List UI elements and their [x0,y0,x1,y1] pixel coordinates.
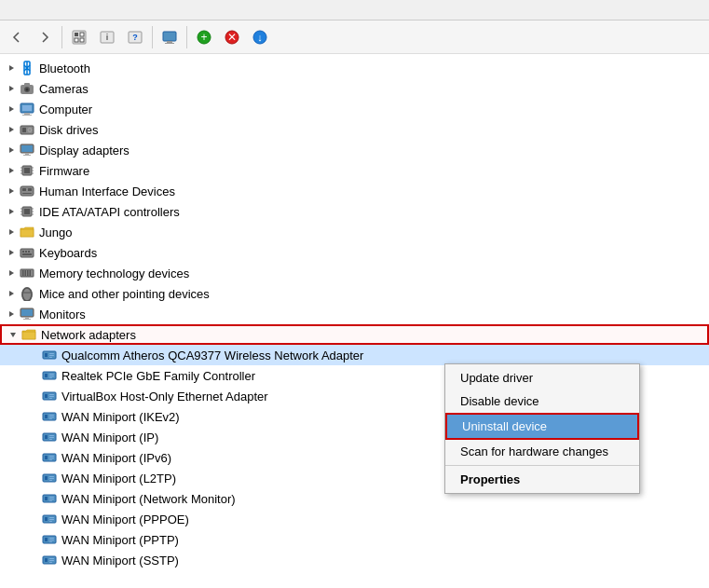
expand-icon-keyboards[interactable] [4,245,19,260]
expand-icon-monitors[interactable] [4,307,19,321]
show-hidden-button[interactable] [66,24,92,50]
tree-item-qualcomm[interactable]: Qualcomm Atheros QCA9377 Wireless Networ… [0,345,709,365]
tree-item-firmware[interactable]: Firmware [0,160,709,181]
properties-button[interactable]: i [94,24,120,50]
tree-icon-monitors [19,306,35,322]
tree-label-monitors: Monitors [39,308,86,321]
svg-rect-63 [25,270,27,276]
tree-item-mice[interactable]: Mice and other pointing devices [0,283,709,304]
expand-icon-virtualbox[interactable] [26,389,41,403]
expand-icon-qualcomm[interactable] [26,348,41,362]
add-button[interactable]: + [191,24,217,50]
tree-label-wan-ip: WAN Miniport (IP) [61,431,158,444]
svg-rect-77 [45,353,48,357]
ctx-item-uninstall-device[interactable]: Uninstall device [445,413,639,440]
svg-rect-65 [30,270,32,276]
tree-item-wan-pppoe[interactable]: WAN Miniport (PPPOE) [0,509,709,529]
expand-icon-wan-pppoe[interactable] [26,512,41,526]
tree-icon-ide [19,203,35,220]
update-button[interactable]: ↓ [247,24,273,50]
remove-button[interactable]: ✕ [219,24,245,50]
tree-item-display-adapters[interactable]: Display adapters [0,140,709,160]
ctx-item-scan-hardware[interactable]: Scan for hardware changes [445,440,639,463]
tree-icon-wan-ip [41,429,58,445]
svg-rect-84 [49,376,54,376]
toolbar-sep-1 [61,26,62,48]
tree-icon-wan-ipv6 [41,449,58,466]
back-button[interactable] [4,24,30,50]
expand-icon-mice[interactable] [4,286,19,301]
expand-icon-wan-pptp[interactable] [26,532,41,547]
expand-icon-memory[interactable] [4,266,19,280]
tree-item-wan-pptp[interactable]: WAN Miniport (PPTP) [0,529,709,550]
tree-icon-wan-pppoe [41,511,58,527]
monitor-button[interactable] [157,24,183,50]
device-tree[interactable]: Bluetooth Cameras Computer Disk drives [0,54,709,588]
ctx-sep [445,465,639,466]
svg-rect-83 [49,374,54,375]
expand-icon-ide[interactable] [4,204,19,219]
svg-rect-56 [20,249,34,257]
menu-file[interactable] [4,8,19,12]
tree-item-monitors[interactable]: Monitors [0,304,709,324]
expand-icon-hid[interactable] [4,184,19,198]
ctx-item-properties[interactable]: Properties [445,468,639,491]
expand-icon-jungo[interactable] [4,225,19,239]
tree-label-hid: Human Interface Devices [39,185,175,198]
svg-rect-102 [45,456,48,459]
menu-view[interactable] [34,8,48,12]
expand-icon-wan-ipv6[interactable] [26,450,41,465]
svg-rect-125 [49,541,52,542]
tree-label-wan-l2tp: WAN Miniport (L2TP) [61,472,176,485]
svg-rect-2 [80,33,84,36]
svg-rect-11 [165,43,174,44]
tree-icon-wan-pptp [41,531,58,548]
expand-icon-realtek[interactable] [26,368,41,383]
ctx-item-update-driver[interactable]: Update driver [445,366,639,390]
menu-help[interactable] [48,8,63,12]
svg-rect-120 [49,521,52,522]
tree-item-jungo[interactable]: Jungo [0,222,709,242]
forward-button[interactable] [32,24,58,50]
svg-rect-123 [49,538,54,539]
expand-icon-disk-drives[interactable] [4,122,19,137]
svg-rect-130 [49,562,52,563]
svg-rect-74 [23,319,31,320]
ctx-item-disable-device[interactable]: Disable device [445,390,639,413]
expand-icon-wan-ikev2[interactable] [26,409,41,424]
expand-icon-wan-l2tp[interactable] [26,471,41,485]
tree-item-memory[interactable]: Memory technology devices [0,263,709,283]
tree-item-ide[interactable]: IDE ATA/ATAPI controllers [0,201,709,222]
expand-icon-computer[interactable] [4,102,19,116]
tree-item-wan-sstp[interactable]: WAN Miniport (SSTP) [0,550,709,570]
expand-icon-cameras[interactable] [4,81,19,96]
svg-rect-87 [45,394,48,398]
tree-item-keyboards[interactable]: Keyboards [0,242,709,263]
expand-icon-wan-nm[interactable] [26,491,41,506]
expand-icon-wan-sstp[interactable] [26,553,41,567]
tree-icon-mice [19,285,35,302]
tree-icon-realtek [41,367,58,384]
expand-icon-network[interactable] [6,327,20,342]
svg-rect-62 [22,270,24,276]
expand-icon-display-adapters[interactable] [4,143,19,157]
svg-rect-100 [49,439,52,440]
expand-icon-firmware[interactable] [4,163,19,178]
tree-item-cameras[interactable]: Cameras [0,78,709,99]
expand-icon-wan-ip[interactable] [26,430,41,444]
svg-rect-122 [45,538,48,541]
tree-item-bluetooth[interactable]: Bluetooth [0,58,709,78]
svg-rect-26 [22,105,32,111]
tree-icon-computer [19,101,35,117]
help-button[interactable]: ? [122,24,148,50]
tree-label-ide: IDE ATA/ATAPI controllers [39,205,180,219]
expand-icon-bluetooth[interactable] [4,61,19,75]
tree-item-network[interactable]: Network adapters [0,324,709,345]
svg-rect-44 [22,188,26,191]
tree-item-hid[interactable]: Human Interface Devices [0,181,709,201]
svg-text:?: ? [132,33,138,42]
svg-rect-109 [49,478,54,479]
menu-action[interactable] [19,8,34,12]
tree-item-computer[interactable]: Computer [0,99,709,119]
tree-item-disk-drives[interactable]: Disk drives [0,119,709,140]
